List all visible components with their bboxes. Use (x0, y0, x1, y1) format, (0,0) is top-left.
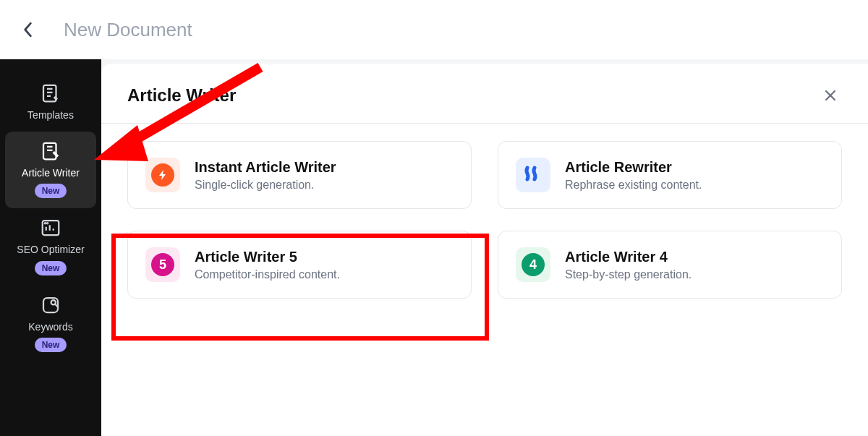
sidebar-item-label: Keywords (28, 320, 72, 333)
card-title: Article Rewriter (565, 159, 702, 176)
svg-rect-1 (43, 143, 56, 160)
card-desc: Single-click generation. (195, 179, 336, 192)
sidebar-item-keywords[interactable]: Keywords New (5, 286, 96, 362)
close-button[interactable] (819, 84, 842, 107)
sidebar-item-label: SEO Optimizer (17, 243, 84, 256)
number-4-icon: 4 (516, 247, 550, 282)
svg-rect-0 (43, 85, 56, 102)
sidebar-item-label: Templates (27, 108, 74, 121)
svg-point-4 (47, 223, 48, 224)
card-grid: Instant Article Writer Single-click gene… (101, 124, 868, 316)
card-article-rewriter[interactable]: Article Rewriter Rephrase existing conte… (498, 141, 842, 209)
body: Templates Article Writer New SEO Optimiz… (0, 59, 868, 436)
svg-point-6 (51, 300, 56, 304)
rewrite-icon (516, 158, 550, 192)
svg-point-3 (45, 223, 46, 224)
content-title: Article Writer (127, 85, 236, 106)
card-desc: Rephrase existing content. (565, 179, 702, 192)
card-desc: Competitor-inspired content. (195, 268, 340, 281)
keywords-icon (40, 294, 61, 316)
card-article-writer-5[interactable]: 5 Article Writer 5 Competitor-inspired c… (127, 231, 472, 299)
sidebar-item-label: Article Writer (22, 166, 80, 179)
new-badge: New (35, 184, 67, 198)
new-badge: New (35, 261, 67, 275)
number-5-icon: 5 (145, 247, 180, 282)
sidebar-item-seo-optimizer[interactable]: SEO Optimizer New (5, 208, 96, 285)
content-header: Article Writer (101, 64, 868, 124)
card-article-writer-4[interactable]: 4 Article Writer 4 Step-by-step generati… (498, 231, 842, 299)
sidebar-item-article-writer[interactable]: Article Writer New (5, 132, 96, 208)
page-title: New Document (64, 19, 192, 41)
lightning-icon (145, 158, 180, 192)
sidebar-item-templates[interactable]: Templates (5, 74, 96, 132)
back-button[interactable] (17, 20, 38, 40)
new-badge: New (35, 338, 67, 352)
card-title: Instant Article Writer (195, 159, 336, 176)
sidebar: Templates Article Writer New SEO Optimiz… (0, 59, 101, 436)
topbar: New Document (0, 0, 868, 59)
article-writer-icon (40, 140, 61, 162)
content: Article Writer Instant Article Writer Si… (101, 64, 868, 436)
seo-optimizer-icon (40, 217, 61, 239)
card-desc: Step-by-step generation. (565, 268, 692, 281)
card-instant-article-writer[interactable]: Instant Article Writer Single-click gene… (127, 141, 472, 209)
card-title: Article Writer 5 (195, 249, 340, 265)
card-title: Article Writer 4 (565, 249, 692, 265)
templates-icon (40, 82, 61, 104)
